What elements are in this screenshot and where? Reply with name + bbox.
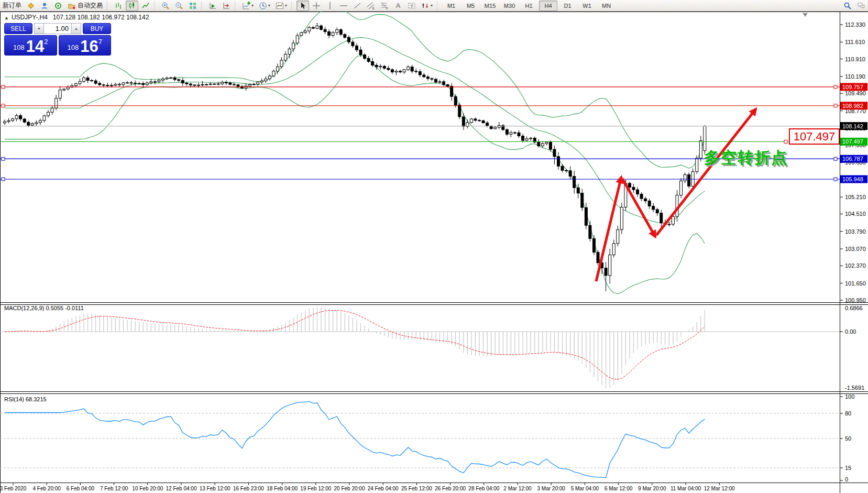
dropdown-caret-icon[interactable]: ▾ (251, 3, 254, 8)
timeframe-m30[interactable]: M30 (500, 1, 519, 11)
bollinger-lower-line (5, 55, 705, 294)
bar-chart-icon (114, 2, 123, 10)
time-tick-label: 11 Mar 04:00 (671, 486, 701, 491)
candlestick-chart-icon (128, 2, 136, 10)
timeframe-m5[interactable]: M5 (462, 1, 480, 11)
candles-layer[interactable] (4, 23, 706, 291)
text-button[interactable]: A (392, 1, 404, 11)
price-tick-label: 102.370 (845, 262, 866, 269)
timeframe-mn[interactable]: MN (597, 1, 616, 11)
buy-price-display[interactable]: 108167 (59, 35, 112, 56)
indicators-icon (242, 2, 250, 10)
timeframe-h1[interactable]: H1 (520, 1, 538, 11)
cursor-button[interactable] (296, 1, 309, 11)
indicators-button[interactable]: ▾ (240, 1, 256, 11)
price-chart-canvas[interactable]: 112.330111.610110.910110.190109.490108.7… (0, 0, 868, 493)
price-tick-label: 103.070 (845, 246, 866, 252)
rsi-scale-label: 80 (845, 410, 851, 417)
timeframe-m1[interactable]: M1 (442, 1, 460, 11)
horizontal-line-button[interactable] (337, 1, 350, 11)
toolbar-separator (107, 2, 109, 10)
line-chart-button[interactable] (139, 1, 152, 11)
auto-scroll-button[interactable] (206, 1, 219, 11)
tile-windows-icon (189, 2, 197, 10)
toolbar-separator (235, 2, 237, 10)
time-tick-label: 10 Feb 20:00 (132, 486, 163, 491)
timeframe-m15[interactable]: M15 (481, 1, 499, 11)
chart-frame (0, 12, 868, 493)
chat-button[interactable] (855, 1, 867, 11)
sell-price-figure: 108 (13, 43, 25, 51)
svg-text:A: A (396, 2, 400, 9)
sell-button[interactable]: SELL (4, 23, 32, 34)
label-button[interactable]: T (405, 1, 418, 11)
tile-windows-button[interactable] (186, 1, 199, 11)
bollinger-middle-line (5, 38, 705, 223)
autotrading-button[interactable]: 自动交易 (65, 1, 105, 11)
time-tick-label: 6 Feb 04:00 (67, 486, 95, 491)
metaeditor-button[interactable] (25, 1, 37, 11)
signals-button[interactable] (52, 1, 64, 11)
crosshair-button[interactable] (310, 1, 323, 11)
cursor-icon (299, 2, 307, 10)
time-tick-label: 3 Feb 2020 (0, 486, 27, 491)
volume-decrease-button[interactable]: ▼ (34, 23, 44, 34)
autotrading-icon (68, 2, 76, 10)
timeframe-d1[interactable]: D1 (558, 1, 577, 11)
timeframe-group: M1M5M15M30H1H4D1W1MN (442, 1, 616, 11)
price-tag-label: 106.787 (842, 156, 863, 162)
time-tick-label: 12 Feb 04:00 (166, 486, 197, 491)
crosshair-icon (312, 2, 321, 10)
time-tick-label: 12 Mar 12:00 (704, 486, 735, 491)
price-tick-label: 104.510 (845, 211, 866, 217)
chart-shift-button[interactable] (220, 1, 233, 11)
candle-chart-button[interactable] (126, 1, 138, 11)
community-button[interactable] (38, 1, 51, 11)
fibonacci-button[interactable]: F (378, 1, 391, 11)
community-icon (40, 2, 49, 10)
sell-price-display[interactable]: 108142 (4, 35, 57, 56)
dropdown-caret-icon[interactable]: ▾ (431, 3, 433, 8)
zoom-in-button[interactable] (159, 1, 172, 11)
bar-chart-button[interactable] (112, 1, 125, 11)
search-button[interactable] (841, 1, 854, 11)
macd-label: MACD(12,26,9) 0.5055 -0.0111 (4, 305, 84, 311)
price-tick-label: 110.910 (845, 56, 865, 62)
volume-input[interactable]: 1.00 (44, 23, 71, 34)
equidistant-channel-icon: E (367, 2, 375, 10)
dropdown-caret-icon[interactable]: ▾ (285, 3, 287, 8)
timeframe-w1[interactable]: W1 (578, 1, 596, 11)
macd-scale-max: 0.6866 (845, 305, 863, 311)
trendline-icon (353, 2, 361, 10)
one-click-trading-panel: SELL ▼ 1.00 ▲ BUY 108142 108167 (4, 23, 111, 56)
toolbar-separator (154, 2, 157, 10)
periods-button[interactable]: ▾ (257, 1, 272, 11)
zoom-out-icon (175, 2, 183, 10)
vertical-line-button[interactable] (324, 1, 336, 11)
vertical-line-icon (326, 2, 334, 10)
new-order-button[interactable]: 新订单 (1, 1, 24, 11)
rsi-label: RSI(14) 68.3215 (4, 396, 47, 402)
timeframe-h4[interactable]: H4 (539, 1, 557, 11)
channel-button[interactable]: E (365, 1, 377, 11)
symbol-period-label: USDJPY-,H4 (12, 14, 48, 21)
volume-increase-button[interactable]: ▲ (71, 23, 81, 34)
zoom-out-button[interactable] (173, 1, 185, 11)
shapes-button[interactable]: ▾ (419, 1, 435, 11)
time-axis: 3 Feb 20204 Feb 20:006 Feb 04:007 Feb 12… (0, 483, 735, 491)
clock-icon (259, 2, 267, 10)
price-tag-label: 109.757 (842, 84, 863, 90)
price-callout-box[interactable]: 107.497 (789, 128, 840, 145)
templates-button[interactable]: ▾ (273, 1, 289, 11)
time-tick-label: 2 Mar 12:00 (503, 486, 532, 491)
price-tag-label: 105.948 (842, 176, 863, 182)
trendline-button[interactable] (351, 1, 364, 11)
chart-shift-marker[interactable] (803, 13, 808, 17)
dropdown-caret-icon[interactable]: ▾ (268, 3, 270, 8)
buy-button[interactable]: BUY (83, 23, 111, 34)
chart-annotation-text[interactable]: 多空转折点 (704, 147, 788, 169)
collapse-panel-icon[interactable]: ▲ (4, 15, 9, 20)
time-tick-label: 13 Feb 12:00 (200, 486, 230, 491)
price-tick-label: 111.610 (845, 39, 865, 45)
time-tick-label: 6 Mar 12:00 (605, 486, 633, 491)
